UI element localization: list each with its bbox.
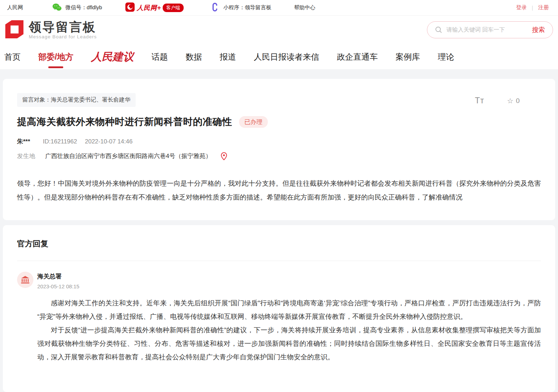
location-pin-icon[interactable] — [221, 152, 227, 160]
people-app-link[interactable]: 人民网+ 客户端 — [125, 2, 184, 13]
location-label: 发生地 — [17, 152, 35, 160]
logo-title: 领导留言板 — [29, 21, 97, 34]
site-logo[interactable]: 领导留言板 Message Board for Leaders — [4, 20, 97, 40]
miniprogram-info: 小程序：领导留言板 — [211, 2, 271, 13]
message-card: 留言对象：海关总署党委书记、署长俞建华 Tт ☆ 0 提高海关截获外来物种时进行… — [3, 79, 555, 220]
help-center-link[interactable]: 帮助中心 — [294, 4, 315, 11]
top-utility-bar: 人民网 微信号：dfldlyb 人民网+ 客户端 — [0, 0, 558, 16]
main-nav: 首页 部委/地方 人民建议 话题 数据 报道 人民日报读者来信 政企直通车 案例… — [0, 44, 558, 69]
agency-avatar — [17, 272, 33, 288]
favorite-count: 0 — [516, 97, 520, 105]
nav-case-library[interactable]: 案例库 — [395, 51, 420, 62]
bank-icon — [21, 276, 30, 284]
content-area: 留言对象：海关总署党委书记、署长俞建华 Tт ☆ 0 提高海关截获外来物种时进行… — [0, 69, 558, 392]
agency-name: 海关总署 — [37, 272, 541, 281]
font-size-icon[interactable]: Tт — [475, 96, 484, 105]
nav-home[interactable]: 首页 — [4, 51, 21, 62]
wechat-icon — [52, 3, 62, 12]
reply-time: 2023-05-12 08:15 — [37, 283, 541, 289]
login-link[interactable]: 登录 — [516, 4, 527, 11]
favorite-button[interactable]: ☆ 0 — [507, 97, 520, 105]
nav-peoples-suggestions[interactable]: 人民建议 — [91, 50, 134, 64]
message-board-logo-icon — [4, 20, 25, 40]
nav-reader-letters[interactable]: 人民日报读者来信 — [254, 51, 319, 62]
message-body: 领导，您好！中国海关对境外外来物种的防疫管理一向是十分严格的，我对此十分支持。但… — [17, 176, 541, 204]
search-box: 搜索 — [427, 21, 553, 38]
peoples-daily-link[interactable]: 人民网 — [7, 4, 23, 11]
people-app-icon — [125, 2, 135, 13]
reply-paragraph: 感谢对海关工作的关注和支持。近年来，海关先后组织开展“国门绿盾”行动和“跨境电商… — [37, 296, 541, 323]
nav-ministries-regions[interactable]: 部委/地方 — [38, 51, 73, 62]
nav-topics[interactable]: 话题 — [151, 51, 168, 62]
reply-section-title: 官方回复 — [17, 239, 541, 261]
logo-subtitle: Message Board for Leaders — [29, 34, 97, 39]
message-id: ID:16211962 — [43, 138, 77, 145]
reply-paragraph: 对于反馈“进一步提高海关拦截外来物种新闻科普的准确性”的建议，下一步，海关将持续… — [37, 323, 541, 364]
status-badge: 已办理 — [239, 116, 268, 128]
miniprogram-icon — [211, 2, 219, 13]
login-register-divider: | — [532, 5, 533, 11]
register-link[interactable]: 注册 — [538, 4, 549, 11]
nav-reports[interactable]: 报道 — [220, 51, 236, 62]
message-author: 朱*** — [17, 137, 30, 146]
message-title: 提高海关截获外来物种时进行新闻科普时的准确性 — [17, 115, 232, 128]
nav-gov-business-express[interactable]: 政企直通车 — [337, 51, 378, 62]
people-app-brand: 人民网+ — [137, 4, 161, 12]
site-header: 领导留言板 Message Board for Leaders 搜索 — [0, 16, 558, 44]
official-reply-card: 官方回复 海关总署 2023-05-12 08:15 感谢对海关工作的关注和支持… — [3, 225, 555, 392]
client-badge: 客户端 — [163, 4, 184, 12]
reply-text: 感谢对海关工作的关注和支持。近年来，海关先后组织开展“国门绿盾”行动和“跨境电商… — [37, 296, 541, 364]
nav-theory[interactable]: 理论 — [438, 51, 454, 62]
message-target-chip: 留言对象：海关总署党委书记、署长俞建华 — [17, 93, 136, 107]
wechat-id-label: 微信号：dfldlyb — [65, 4, 102, 11]
search-button[interactable]: 搜索 — [532, 26, 545, 34]
location-value: 广西壮族自治区南宁市西乡塘区衡阳路南六巷4号（振宁雅苑） — [45, 152, 211, 160]
star-icon: ☆ — [507, 97, 513, 105]
message-time: 2022-10-07 14:46 — [85, 138, 132, 145]
wechat-info: 微信号：dfldlyb — [52, 3, 102, 12]
nav-data[interactable]: 数据 — [185, 51, 202, 62]
miniprogram-label: 小程序：领导留言板 — [223, 4, 271, 11]
search-input[interactable] — [446, 27, 532, 33]
search-icon — [435, 26, 442, 33]
